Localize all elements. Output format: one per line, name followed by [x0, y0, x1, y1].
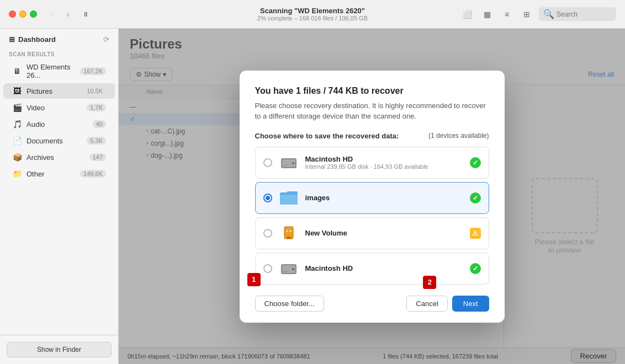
grid-icon: ⊞ — [9, 35, 15, 44]
search-input[interactable] — [557, 10, 612, 18]
dest-info-macintosh-hd-1: Macintosh HD Internal 239,85 GB disk · 1… — [305, 155, 463, 170]
view-icon-3[interactable]: ≡ — [499, 7, 515, 22]
svg-rect-6 — [287, 237, 291, 239]
back-button[interactable]: ‹ — [46, 8, 59, 21]
sidebar-item-badge: 1,7K — [87, 104, 106, 111]
scan-results-label: Scan results — [0, 48, 118, 60]
cancel-button[interactable]: Cancel — [406, 296, 447, 312]
modal-description: Please choose recovery destination. It i… — [255, 100, 489, 122]
sidebar-item-badge: 10,5K — [83, 87, 106, 95]
sidebar-item-badge: 167,2K — [80, 67, 106, 75]
documents-icon: 📄 — [12, 136, 22, 146]
sidebar-item-badge: 5,3K — [87, 137, 106, 144]
sidebar-item-label: Audio — [27, 120, 93, 129]
minimize-button[interactable] — [19, 10, 27, 18]
dest-radio-images[interactable] — [263, 194, 272, 202]
modal-section-label: Choose where to save the recovered data:… — [255, 132, 489, 140]
modal-overlay: You have 1 files / 744 KB to recover Ple… — [119, 29, 625, 364]
view-icon-4[interactable]: ⊞ — [519, 7, 534, 22]
svg-rect-3 — [283, 165, 288, 166]
dest-radio-macintosh-hd-1[interactable] — [263, 158, 272, 167]
sidebar-item-wd-elements[interactable]: 🖥 WD Elements 26... 167,2K — [3, 60, 115, 82]
annotation-badge-2: 2 — [423, 276, 436, 289]
sidebar-item-label: Archives — [27, 153, 89, 162]
view-icon-2[interactable]: ▦ — [479, 7, 495, 22]
modal-footer-right: 2 Cancel Next — [406, 296, 489, 312]
sidebar-item-pictures[interactable]: 🖼 Pictures 10,5K — [3, 83, 115, 99]
dest-status-ok-images: ✓ — [470, 192, 481, 204]
other-icon: 📁 — [12, 169, 22, 179]
warning-icon: ⚠ — [470, 228, 481, 239]
next-button[interactable]: Next — [452, 296, 489, 312]
sidebar-item-video[interactable]: 🎬 Video 1,7K — [3, 100, 115, 115]
svg-point-7 — [286, 230, 288, 232]
dest-radio-new-volume[interactable] — [263, 229, 272, 238]
nav-buttons: ‹ › — [46, 8, 75, 21]
sidebar-item-label: Other — [27, 170, 80, 178]
check-icon: ✓ — [470, 192, 481, 204]
svg-point-2 — [292, 162, 294, 164]
titlebar-title: Scanning "WD Elements 2620" — [257, 7, 368, 15]
search-bar[interactable]: 🔍 — [539, 7, 616, 21]
devices-available: (1 devices available) — [428, 132, 489, 140]
dest-icon-folder — [279, 188, 299, 208]
sidebar-header: ⊞ Dashboard ⟳ — [0, 29, 118, 48]
sidebar-footer: Show in Finder — [0, 335, 118, 364]
sync-icon: ⟳ — [103, 35, 109, 44]
annotation-badge-1: 1 — [247, 273, 261, 286]
destination-images[interactable]: images ✓ — [255, 182, 489, 214]
check-icon: ✓ — [470, 157, 481, 168]
search-icon: 🔍 — [543, 9, 554, 19]
traffic-lights — [9, 10, 37, 18]
sidebar-item-badge: 40 — [93, 120, 106, 128]
sidebar-item-label: Documents — [27, 137, 87, 145]
maximize-button[interactable] — [30, 10, 37, 18]
dest-icon-hdd-2 — [279, 259, 299, 279]
sidebar-item-audio[interactable]: 🎵 Audio 40 — [3, 116, 115, 132]
sidebar-item-label: Video — [27, 104, 87, 112]
destination-macintosh-hd-2[interactable]: Macintosh HD ✓ — [255, 253, 489, 285]
close-button[interactable] — [9, 10, 16, 18]
svg-rect-12 — [283, 271, 288, 272]
sidebar: ⊞ Dashboard ⟳ Scan results 🖥 WD Elements… — [0, 29, 119, 364]
hdd-icon: 🖥 — [12, 66, 22, 76]
main-layout: ⊞ Dashboard ⟳ Scan results 🖥 WD Elements… — [0, 29, 625, 364]
pictures-icon: 🖼 — [12, 86, 22, 96]
dest-info-macintosh-hd-2: Macintosh HD — [305, 264, 463, 272]
titlebar: ‹ › ⏸ Scanning "WD Elements 2620" 2% com… — [0, 0, 625, 29]
dest-icon-hdd — [279, 153, 299, 173]
sidebar-item-other[interactable]: 📁 Other 149,6K — [3, 166, 115, 181]
video-icon: 🎬 — [12, 103, 22, 113]
dest-info-images: images — [305, 194, 463, 202]
titlebar-center: Scanning "WD Elements 2620" 2% complete … — [257, 7, 368, 22]
modal-title: You have 1 files / 744 KB to recover — [255, 86, 489, 96]
dest-status-warn: ⚠ — [470, 228, 481, 239]
titlebar-subtitle: 2% complete – 168 016 files / 106,05 GB — [257, 15, 368, 22]
forward-button[interactable]: › — [61, 8, 75, 21]
audio-icon: 🎵 — [12, 119, 22, 129]
dest-icon-usb — [279, 223, 299, 243]
modal-footer: 1 Choose folder... 2 Cancel Next — [255, 296, 489, 312]
modal-dialog: You have 1 files / 744 KB to recover Ple… — [240, 71, 505, 323]
show-in-finder-button[interactable]: Show in Finder — [7, 342, 112, 357]
sidebar-item-badge: 149,6K — [80, 170, 106, 178]
sidebar-item-label: WD Elements 26... — [27, 63, 80, 79]
sidebar-item-label: Pictures — [27, 87, 83, 95]
destination-new-volume[interactable]: New Volume ⚠ — [255, 217, 489, 249]
dest-status-ok-2: ✓ — [470, 263, 481, 274]
view-icon-1[interactable]: ⬜ — [459, 7, 475, 22]
titlebar-right: ⬜ ▦ ≡ ⊞ 🔍 — [459, 7, 616, 22]
dest-radio-macintosh-hd-2[interactable] — [263, 264, 272, 273]
choose-folder-button[interactable]: Choose folder... — [255, 296, 324, 312]
sidebar-item-badge: 147 — [89, 153, 106, 161]
svg-point-8 — [289, 230, 292, 232]
svg-point-11 — [292, 268, 294, 270]
pause-button[interactable]: ⏸ — [79, 8, 92, 21]
destination-macintosh-hd-1[interactable]: Macintosh HD Internal 239,85 GB disk · 1… — [255, 147, 489, 179]
destination-list: Macintosh HD Internal 239,85 GB disk · 1… — [255, 147, 489, 285]
sidebar-item-archives[interactable]: 📦 Archives 147 — [3, 149, 115, 165]
sidebar-item-documents[interactable]: 📄 Documents 5,3K — [3, 133, 115, 148]
check-icon: ✓ — [470, 263, 481, 274]
dest-status-ok: ✓ — [470, 157, 481, 168]
archives-icon: 📦 — [12, 152, 22, 162]
